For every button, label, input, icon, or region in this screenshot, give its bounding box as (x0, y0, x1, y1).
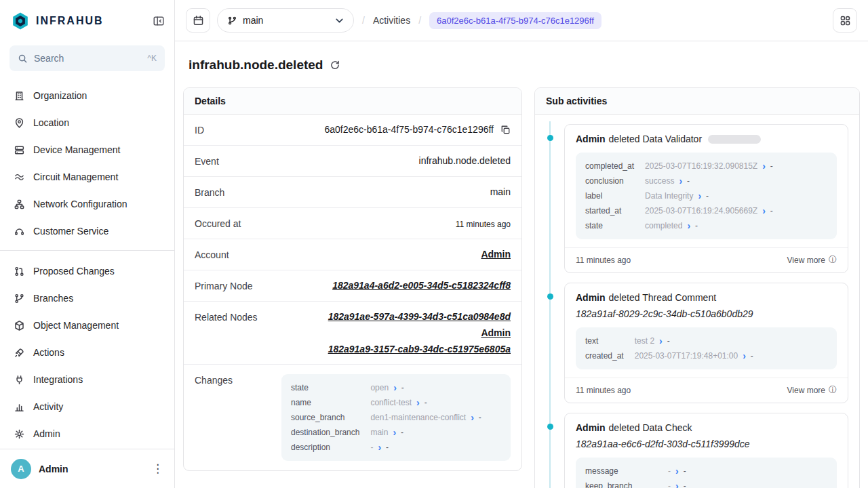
chevron-right-icon[interactable]: › (416, 398, 420, 407)
sub-activities-panel: Sub activities Admin deleted Data Valida… (534, 87, 860, 488)
view-more-label: View more (787, 386, 825, 395)
primary-node-link[interactable]: 182a91a4-a6d2-e005-34d5-c5182324cff8 (332, 280, 511, 291)
related-node-link[interactable]: 182a91a9-3157-cab9-34dc-c51975e6805a (328, 344, 511, 354)
calendar-icon (193, 15, 204, 26)
detail-row-changes: Changes state open›- name conflict-test›… (184, 365, 521, 470)
sidebar-item-organization[interactable]: Organization (7, 82, 167, 109)
sub-activities-title: Sub activities (535, 88, 859, 115)
detail-row-occured-at: Occured at 11 minutes ago (184, 208, 521, 239)
refresh-button[interactable] (330, 60, 340, 70)
circuit-waves-icon (14, 171, 25, 183)
info-icon: ⓘ (829, 384, 837, 396)
attribute-key: state (585, 218, 634, 233)
attribute-to: - (684, 479, 686, 488)
sidebar-item-actions[interactable]: Actions (7, 339, 167, 366)
related-node-link[interactable]: 182a91ae-597a-4399-34d3-c51ca0984e8d (328, 311, 511, 322)
sidebar-item-label: Customer Service (33, 226, 108, 237)
copy-id-button[interactable] (500, 125, 511, 135)
chevron-right-icon[interactable]: › (762, 206, 766, 216)
change-to: - (386, 440, 389, 455)
change-key: name (291, 395, 359, 410)
account-link[interactable]: Admin (481, 249, 511, 260)
sidebar-item-object-management[interactable]: Object Management (7, 312, 167, 339)
attribute-from: test 2 (635, 333, 654, 348)
breadcrumb-activities-link[interactable]: Activities (373, 15, 410, 26)
sidebar-item-label: Branches (33, 293, 73, 304)
view-more-button[interactable]: View more ⓘ (787, 254, 837, 266)
related-node-link[interactable]: Admin (481, 327, 511, 338)
search-label: Search (34, 53, 64, 64)
chevron-right-icon[interactable]: › (471, 413, 474, 422)
activity-card: Admin deleted Data Validator completed_a… (564, 124, 848, 273)
attribute-to: - (706, 188, 709, 203)
chevron-right-icon[interactable]: › (743, 351, 746, 361)
sidebar-item-label: Proposed Changes (33, 266, 115, 277)
brand-name: INFRAHUB (36, 15, 104, 27)
chevron-right-icon[interactable]: › (679, 176, 682, 186)
sidebar-item-label: Activity (33, 401, 63, 412)
skeleton-placeholder (708, 135, 761, 144)
sidebar-collapse-button[interactable] (153, 15, 165, 27)
sidebar-item-branches[interactable]: Branches (7, 285, 167, 312)
sidebar-item-admin[interactable]: Admin (7, 420, 167, 447)
breadcrumb-activity-id[interactable]: 6a0f2e6c-b61a-4f75-b974-c76c1e1296ff (429, 12, 601, 29)
top-bar: main / Activities / 6a0f2e6c-b61a-4f75-b… (175, 0, 868, 41)
time-travel-button[interactable] (186, 8, 210, 33)
branch-selector[interactable]: main (217, 8, 354, 33)
cube-icon (14, 320, 25, 331)
sidebar-item-network-configuration[interactable]: Network Configuration (7, 190, 167, 218)
view-more-button[interactable]: View more ⓘ (787, 384, 837, 396)
chevron-right-icon[interactable]: › (378, 443, 381, 452)
page-content: infrahub.node.deleted Details ID 6a0f2e6… (175, 41, 868, 488)
chevron-right-icon[interactable]: › (659, 336, 663, 346)
sidebar-item-label: Admin (33, 428, 60, 439)
change-to: - (479, 410, 481, 425)
page-title-row: infrahub.node.deleted (183, 41, 860, 87)
components-button[interactable] (833, 8, 857, 33)
copy-icon (500, 125, 511, 135)
sidebar-item-location[interactable]: Location (7, 109, 167, 136)
activity-actor: Admin (576, 134, 606, 144)
search-input[interactable]: Search ^K (9, 45, 165, 71)
chevron-right-icon[interactable]: › (675, 466, 679, 476)
sidebar-item-label: Organization (33, 90, 87, 101)
sidebar-item-activity[interactable]: Activity (7, 393, 167, 420)
timeline-line (549, 121, 551, 488)
infrahub-logo[interactable]: INFRAHUB (11, 12, 104, 30)
attribute-from: success (645, 174, 674, 188)
activity-attributes-box: text test 2›- created_at 2025-03-07T17:1… (576, 327, 837, 369)
server-icon (14, 144, 25, 156)
user-name: Admin (39, 464, 144, 474)
attribute-from: completed (645, 218, 682, 233)
sidebar-item-proposed-changes[interactable]: Proposed Changes (7, 258, 167, 285)
detail-value-branch: main (490, 186, 511, 197)
chevron-right-icon[interactable]: › (687, 221, 690, 230)
breadcrumb-separator: / (417, 15, 422, 26)
sidebar-item-integrations[interactable]: Integrations (7, 366, 167, 393)
chevron-right-icon[interactable]: › (762, 161, 766, 171)
timeline-dot (547, 424, 553, 430)
sidebar-item-circuit-management[interactable]: Circuit Management (7, 163, 167, 190)
chevron-right-icon[interactable]: › (393, 383, 397, 392)
user-options-button[interactable]: ⋮ (152, 462, 163, 476)
attribute-to: - (695, 218, 698, 233)
sidebar-item-device-management[interactable]: Device Management (7, 136, 167, 163)
change-from: - (370, 440, 373, 455)
sidebar-item-label: Device Management (33, 144, 120, 155)
activity-subject-id: 182a91af-8029-2c9c-34db-c510a6b0db29 (576, 308, 837, 319)
chevron-right-icon[interactable]: › (675, 481, 679, 488)
git-branch-icon (14, 293, 25, 304)
change-key: source_branch (291, 410, 359, 425)
change-to: - (401, 380, 404, 395)
activity-title: Admin deleted Data Validator (576, 134, 837, 144)
sidebar-item-customer-service[interactable]: Customer Service (7, 218, 167, 245)
detail-value-event: infrahub.node.deleted (419, 155, 511, 166)
chevron-right-icon[interactable]: › (698, 191, 701, 201)
detail-label: Related Nodes (195, 311, 258, 323)
detail-row-account: Account Admin (184, 239, 521, 270)
attribute-from: 2025-03-07T17:19:48+01:00 (635, 348, 738, 363)
attribute-from: - (668, 464, 671, 479)
chevron-right-icon[interactable]: › (393, 428, 396, 437)
user-menu[interactable]: A Admin ⋮ (0, 449, 174, 488)
attribute-to: - (770, 203, 773, 218)
